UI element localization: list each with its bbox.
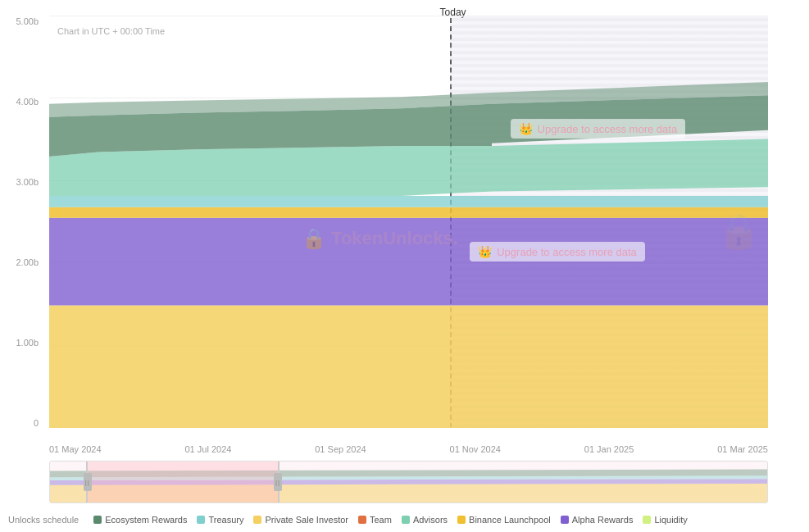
legend-item-treasury: Treasury: [197, 515, 243, 525]
minimap-handle-right[interactable]: [274, 473, 282, 491]
upgrade-text-top: Upgrade to access more data: [538, 123, 678, 135]
y-label-1: 1.00b: [0, 338, 39, 348]
legend-label-advisors: Advisors: [413, 515, 448, 525]
chart-svg: [49, 16, 768, 428]
crown-icon-mid: 👑: [478, 245, 492, 258]
legend: Unlocks schedule Ecosystem Rewards Treas…: [0, 507, 809, 532]
watermark-lock-right: 🔒: [717, 211, 760, 251]
legend-dot-ecosystem: [93, 516, 102, 524]
legend-label-binance: Binance Launchpool: [469, 515, 551, 525]
legend-label-treasury: Treasury: [208, 515, 243, 525]
y-axis: 0 1.00b 2.00b 3.00b 4.00b 5.00b: [0, 16, 45, 428]
legend-label-alpha: Alpha Rewards: [572, 515, 634, 525]
x-axis: 01 May 2024 01 Jul 2024 01 Sep 2024 01 N…: [49, 444, 768, 454]
legend-unlock-schedule: Unlocks schedule: [8, 515, 84, 525]
minimap[interactable]: [49, 461, 768, 503]
x-label-5: 01 Mar 2025: [717, 444, 768, 454]
unlock-schedule-label: Unlocks schedule: [8, 515, 79, 525]
y-label-4: 4.00b: [0, 97, 39, 107]
x-label-2: 01 Sep 2024: [315, 444, 366, 454]
legend-dot-liquidity: [643, 516, 651, 524]
legend-item-binance: Binance Launchpool: [457, 515, 551, 525]
x-label-3: 01 Nov 2024: [450, 444, 501, 454]
y-label-5: 5.00b: [0, 16, 39, 26]
legend-label-private-sale: Private Sale Investor: [265, 515, 348, 525]
legend-dot-team: [358, 516, 366, 524]
x-label-0: 01 May 2024: [49, 444, 102, 454]
legend-dot-alpha: [561, 516, 569, 524]
y-label-3: 3.00b: [0, 177, 39, 187]
legend-dot-treasury: [197, 516, 205, 524]
legend-item-team: Team: [358, 515, 392, 525]
minimap-handle-left[interactable]: [84, 473, 92, 491]
legend-dot-binance: [457, 516, 466, 524]
legend-dot-advisors: [402, 516, 410, 524]
legend-label-liquidity: Liquidity: [654, 515, 687, 525]
legend-item-advisors: Advisors: [402, 515, 448, 525]
upgrade-banner-mid[interactable]: 👑 Upgrade to access more data: [470, 242, 645, 261]
legend-dot-private-sale: [253, 516, 261, 524]
minimap-selection[interactable]: [86, 462, 280, 502]
upgrade-banner-top[interactable]: 👑 Upgrade to access more data: [511, 119, 686, 139]
chart-container: Chart in UTC + 00:00 Time Today 0 1.00b …: [0, 0, 809, 532]
legend-item-alpha: Alpha Rewards: [561, 515, 634, 525]
legend-label-team: Team: [370, 515, 392, 525]
crown-icon-top: 👑: [519, 122, 533, 135]
legend-item-ecosystem: Ecosystem Rewards: [93, 515, 187, 525]
legend-item-liquidity: Liquidity: [643, 515, 687, 525]
chart-area: Chart in UTC + 00:00 Time Today 0 1.00b …: [0, 0, 809, 461]
x-label-4: 01 Jan 2025: [584, 444, 634, 454]
legend-label-ecosystem: Ecosystem Rewards: [105, 515, 187, 525]
upgrade-text-mid: Upgrade to access more data: [497, 246, 637, 258]
legend-item-private-sale: Private Sale Investor: [253, 515, 348, 525]
y-label-2: 2.00b: [0, 257, 39, 267]
y-label-0: 0: [0, 418, 39, 428]
x-label-1: 01 Jul 2024: [184, 444, 231, 454]
